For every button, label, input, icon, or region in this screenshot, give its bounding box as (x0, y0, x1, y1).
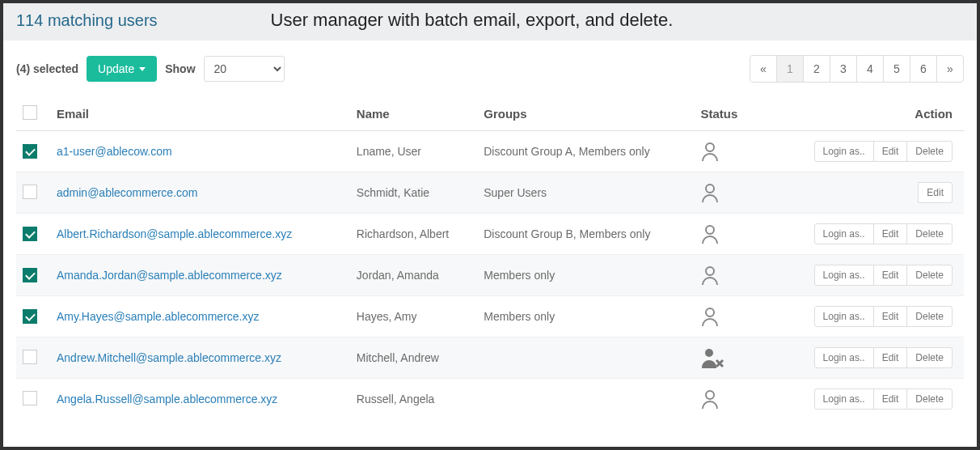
action-cell: Edit (775, 172, 964, 214)
email-link[interactable]: Angela.Russell@sample.ablecommerce.xyz (57, 393, 277, 405)
row-checkbox[interactable] (23, 144, 37, 159)
groups-cell (477, 338, 694, 379)
table-row: admin@ablecommerce.comSchmidt, KatieSupe… (16, 172, 964, 214)
email-link[interactable]: admin@ablecommerce.com (57, 186, 198, 199)
name-cell: Richardson, Albert (350, 214, 477, 255)
svg-point-0 (706, 143, 714, 151)
login_as-button[interactable]: Login as.. (814, 141, 874, 162)
pager-btn-1[interactable]: 1 (776, 55, 804, 83)
table-row: Amanda.Jordan@sample.ablecommerce.xyzJor… (16, 255, 964, 296)
email-link[interactable]: Andrew.Mitchell@sample.ablecommerce.xyz (57, 351, 281, 364)
delete-button[interactable]: Delete (906, 347, 953, 368)
table-row: Albert.Richardson@sample.ablecommerce.xy… (16, 214, 964, 255)
email-link[interactable]: a1-user@ablecow.com (57, 145, 172, 158)
delete-button[interactable]: Delete (906, 306, 953, 327)
delete-button[interactable]: Delete (906, 265, 953, 286)
show-label: Show (165, 62, 195, 75)
groups-cell: Members only (477, 255, 694, 296)
name-cell: Schmidt, Katie (350, 172, 477, 214)
selected-count: (4) selected (16, 62, 78, 75)
login_as-button[interactable]: Login as.. (814, 306, 874, 327)
action-cell: Login as..EditDelete (775, 338, 964, 379)
name-cell: Jordan, Amanda (350, 255, 477, 296)
pager: «123456» (750, 55, 964, 83)
groups-cell (477, 379, 694, 420)
name-cell: Lname, User (350, 131, 477, 172)
users-table: Email Name Groups Status Action a1-user@… (16, 97, 964, 419)
header-bar: 114 matching users User manager with bat… (3, 3, 977, 40)
col-name[interactable]: Name (350, 97, 477, 131)
table-row: a1-user@ablecow.comLname, UserDiscount G… (16, 131, 964, 172)
delete-button[interactable]: Delete (906, 141, 953, 162)
svg-point-5 (705, 349, 713, 357)
pager-btn-5[interactable]: 5 (883, 55, 910, 83)
login_as-button[interactable]: Login as.. (814, 347, 874, 368)
caret-down-icon (139, 67, 146, 71)
row-checkbox[interactable] (23, 309, 37, 324)
pager-btn-6[interactable]: 6 (910, 55, 937, 83)
user-icon (694, 296, 775, 338)
action-cell: Login as..EditDelete (775, 214, 964, 255)
edit-button[interactable]: Edit (873, 223, 908, 244)
action-cell: Login as..EditDelete (775, 131, 964, 172)
update-button[interactable]: Update (87, 56, 157, 82)
user-icon (694, 172, 775, 214)
matching-users-count: 114 matching users (16, 11, 158, 30)
pager-btn-«[interactable]: « (750, 55, 777, 83)
page-size-select[interactable]: 20 (204, 56, 285, 82)
col-email[interactable]: Email (50, 97, 350, 131)
groups-cell: Discount Group B, Members only (477, 214, 694, 255)
col-status[interactable]: Status (694, 97, 775, 131)
delete-button[interactable]: Delete (906, 388, 953, 410)
delete-button[interactable]: Delete (906, 223, 953, 244)
svg-point-3 (706, 267, 714, 275)
table-row: Andrew.Mitchell@sample.ablecommerce.xyzM… (16, 338, 964, 379)
col-groups[interactable]: Groups (477, 97, 694, 131)
select-all-checkbox[interactable] (23, 105, 37, 120)
user-icon (694, 214, 775, 255)
email-link[interactable]: Albert.Richardson@sample.ablecommerce.xy… (57, 227, 292, 240)
pager-btn-2[interactable]: 2 (803, 55, 830, 83)
row-checkbox[interactable] (23, 350, 37, 364)
svg-point-4 (706, 308, 714, 316)
row-checkbox[interactable] (23, 185, 37, 199)
row-checkbox[interactable] (23, 227, 37, 241)
login_as-button[interactable]: Login as.. (814, 265, 874, 286)
svg-point-6 (706, 391, 714, 399)
user-icon (694, 255, 775, 296)
user-icon (694, 131, 775, 172)
name-cell: Russell, Angela (350, 379, 477, 420)
svg-point-1 (706, 185, 714, 193)
edit-button[interactable]: Edit (873, 265, 908, 286)
groups-cell: Members only (477, 296, 694, 338)
pager-btn-3[interactable]: 3 (830, 55, 857, 83)
page-title: User manager with batch email, export, a… (174, 10, 964, 31)
email-link[interactable]: Amy.Hayes@sample.ablecommerce.xyz (57, 310, 259, 323)
row-checkbox[interactable] (23, 391, 37, 405)
col-action: Action (775, 97, 964, 131)
pager-btn-4[interactable]: 4 (856, 55, 884, 83)
edit-button[interactable]: Edit (873, 347, 908, 368)
groups-cell: Super Users (477, 172, 694, 214)
action-cell: Login as..EditDelete (775, 379, 964, 420)
edit-button[interactable]: Edit (918, 182, 953, 203)
svg-point-2 (706, 226, 714, 234)
edit-button[interactable]: Edit (873, 141, 908, 162)
edit-button[interactable]: Edit (873, 306, 908, 327)
name-cell: Hayes, Amy (350, 296, 477, 338)
login_as-button[interactable]: Login as.. (814, 223, 874, 244)
email-link[interactable]: Amanda.Jordan@sample.ablecommerce.xyz (57, 269, 282, 282)
groups-cell: Discount Group A, Members only (477, 131, 694, 172)
table-row: Amy.Hayes@sample.ablecommerce.xyzHayes, … (16, 296, 964, 338)
action-cell: Login as..EditDelete (775, 296, 964, 338)
pager-btn-»[interactable]: » (936, 55, 964, 83)
action-cell: Login as..EditDelete (775, 255, 964, 296)
user-icon (694, 379, 775, 420)
table-row: Angela.Russell@sample.ablecommerce.xyzRu… (16, 379, 964, 420)
row-checkbox[interactable] (23, 268, 37, 282)
name-cell: Mitchell, Andrew (350, 338, 477, 379)
user-disabled-icon (694, 338, 775, 379)
login_as-button[interactable]: Login as.. (814, 388, 874, 410)
edit-button[interactable]: Edit (873, 388, 908, 410)
toolbar: (4) selected Update Show 20 «123456» (16, 55, 964, 83)
